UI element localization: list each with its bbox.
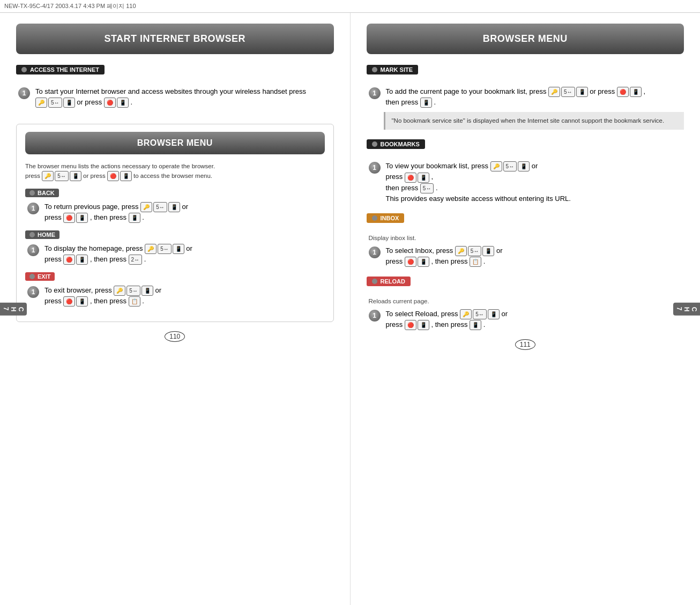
icon-sequence-1: 🔑 5↔ 📱 <box>35 98 75 108</box>
mark-site-label: MARK SITE <box>367 65 419 74</box>
reload-step: 1 To select Reload, press 🔑 5↔ 📱 or pres… <box>367 309 684 330</box>
home-step: 1 To display the homepage, press 🔑 5↔ 📱 … <box>25 243 325 265</box>
inbox-section: INBOX Display inbox list. 1 To select In… <box>367 213 684 267</box>
access-step-1-text: To start your Internet browser and acces… <box>35 86 334 108</box>
home-label: HOME <box>25 230 59 239</box>
back-step: 1 To return previous page, press 🔑 5↔ 📱 … <box>25 201 325 223</box>
back-section: BACK 1 To return previous page, press 🔑 … <box>25 189 325 223</box>
inbox-label: INBOX <box>367 213 405 223</box>
exit-section: EXIT 1 To exit browser, press 🔑 5↔ 📱 or … <box>25 272 325 307</box>
reload-label: RELOAD <box>367 277 411 286</box>
browser-menu-box: BROWSER MENU The browser menu lists the … <box>16 124 334 323</box>
right-page: C H 7 BROWSER MENU MARK SITE 1 To add th… <box>351 13 701 605</box>
home-section: HOME 1 To display the homepage, press 🔑 … <box>25 230 325 265</box>
reload-section: RELOAD Reloads current page. 1 To select… <box>367 277 684 330</box>
bookmarks-section: BOOKMARKS 1 To view your bookmark list, … <box>367 139 684 204</box>
icon-sequence-2: 🔴 📱 <box>104 98 129 108</box>
access-step-1: 1 To start your Internet browser and acc… <box>16 86 334 108</box>
chapter-tab-left: C H 7 <box>0 302 27 316</box>
top-bar-text: NEW-TX-95C-4/17 2003.4.17 4:43 PM 페이지 11… <box>4 3 136 9</box>
access-internet-label: ACCESS THE INTERNET <box>16 65 105 74</box>
reload-display-info: Reloads current page. <box>369 298 684 304</box>
step-number-1: 1 <box>18 87 30 99</box>
left-page-title: START INTERNET BROWSER <box>16 24 334 54</box>
browser-menu-intro: The browser menu lists the actions neces… <box>25 162 325 181</box>
exit-label: EXIT <box>25 272 55 281</box>
right-page-number: 111 <box>367 341 684 348</box>
top-bar: NEW-TX-95C-4/17 2003.4.17 4:43 PM 페이지 11… <box>0 0 700 13</box>
exit-step: 1 To exit browser, press 🔑 5↔ 📱 or press… <box>25 285 325 307</box>
browser-menu-inner-title: BROWSER MENU <box>25 132 325 154</box>
mark-site-step: 1 To add the current page to your bookma… <box>367 86 684 108</box>
mark-site-section: MARK SITE 1 To add the current page to y… <box>367 65 684 130</box>
mark-site-note: "No bookmark service site" is displayed … <box>384 112 684 130</box>
bookmarks-label: BOOKMARKS <box>367 139 425 149</box>
bookmarks-step: 1 To view your bookmark list, press 🔑 5↔… <box>367 161 684 204</box>
left-page-number: 110 <box>16 333 334 340</box>
access-internet-section: ACCESS THE INTERNET 1 To start your Inte… <box>16 65 334 108</box>
right-page-title: BROWSER MENU <box>367 24 684 54</box>
chapter-tab-right: C H 7 <box>673 302 700 316</box>
section-dot <box>21 67 27 72</box>
left-page: C H 7 START INTERNET BROWSER ACCESS THE … <box>0 13 351 605</box>
inbox-display-info: Display inbox list. <box>369 235 684 241</box>
inbox-step: 1 To select Inbox, press 🔑 5↔ 📱 or press… <box>367 245 684 267</box>
back-label: BACK <box>25 189 59 197</box>
